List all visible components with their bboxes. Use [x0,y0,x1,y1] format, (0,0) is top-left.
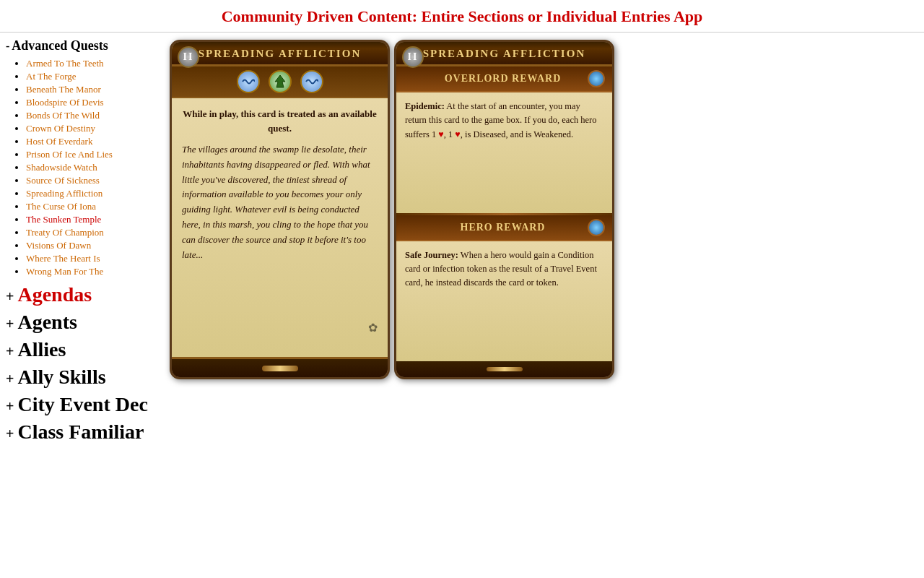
overlord-header: Overlord Reward [396,66,612,92]
list-item: Armed To The Teeth [26,58,162,69]
card-right-footer-decoration [487,367,523,371]
card-left-italic-text: The villages around the swamp lie desola… [182,142,378,262]
svg-marker-0 [275,75,285,87]
tree-icon [269,70,292,93]
wave-icon-right [300,70,323,93]
section-agendas[interactable]: + Agendas [6,283,162,306]
quest-link-spreading[interactable]: Spreading Affliction [26,188,103,199]
quest-link-heart[interactable]: Where The Heart Is [26,253,100,264]
city-event-label: City Event Dec [17,393,147,416]
card-right-footer [396,361,612,377]
quest-link-shadowside[interactable]: Shadowside Watch [26,162,97,173]
hero-label: Hero Reward [461,222,546,233]
quest-link-wrong[interactable]: Wrong Man For The [26,266,103,277]
quest-list: Armed To The Teeth At The Forge Beneath … [26,58,162,277]
class-familiar-label: Class Familiar [17,420,144,444]
list-item: Shadowside Watch [26,162,162,173]
class-familiar-toggle[interactable]: + [6,426,14,442]
hero-panel: Hero Reward Safe Journey: When a hero wo… [396,215,612,362]
ally-skills-label: Ally Skills [17,366,105,389]
section-city-event[interactable]: + City Event Dec [6,393,162,416]
list-item: Visions Of Dawn [26,240,162,251]
overlord-gem-left [588,70,605,87]
section-class-familiar[interactable]: + Class Familiar [6,420,162,444]
quest-link-crown[interactable]: Crown Of Destiny [26,123,95,134]
list-item: Source Of Sickness [26,175,162,186]
card-left-header: II Spreading Affliction [172,42,388,66]
list-item: Bonds Of The Wild [26,110,162,121]
ally-skills-toggle[interactable]: + [6,371,14,387]
card-left-title: Spreading Affliction [199,48,361,60]
overlord-label: Overlord Reward [445,73,562,85]
hero-header: Hero Reward [396,215,612,241]
butterfly-decoration: ✿ [368,319,378,337]
list-item: Beneath The Manor [26,84,162,95]
agents-toggle[interactable]: + [6,316,14,332]
card-left-icons-bar [172,66,388,98]
overlord-body: Epidemic: At the start of an encounter, … [396,92,612,213]
card-right-level: II [402,46,424,68]
wave-icon-left [237,70,260,93]
quest-link-host[interactable]: Host Of Everdark [26,136,92,147]
section-allies[interactable]: + Allies [6,338,162,361]
quest-link-sunken[interactable]: The Sunken Temple [26,214,101,225]
list-item: At The Forge [26,71,162,82]
card-right-header: II Spreading Affliction [396,42,612,66]
card-right: II Spreading Affliction Overlord Reward … [394,40,614,379]
card-left-bold-text: While in play, this card is treated as a… [182,107,378,135]
allies-toggle[interactable]: + [6,343,14,360]
list-item: Where The Heart Is [26,253,162,264]
list-item: Host Of Everdark [26,136,162,147]
advanced-quests-label: Advanced Quests [12,38,108,53]
cards-popup-area: II Spreading Affliction While in play, t… [162,33,622,387]
list-item: Spreading Affliction [26,188,162,199]
agendas-label: Agendas [17,283,92,306]
top-banner: Community Driven Content: Entire Section… [0,0,924,33]
quest-link-bonds[interactable]: Bonds Of The Wild [26,110,100,121]
quest-link-visions[interactable]: Visions Of Dawn [26,240,91,251]
list-item: The Sunken Temple [26,214,162,225]
quest-link-curse[interactable]: The Curse Of Iona [26,201,96,212]
list-item: Bloodspire Of Devis [26,97,162,108]
quest-link-manor[interactable]: Beneath The Manor [26,84,101,95]
list-item: Crown Of Destiny [26,123,162,134]
advanced-quests-toggle[interactable]: - [6,40,9,53]
card-right-title: Spreading Affliction [423,48,585,60]
card-left-footer [172,357,388,377]
overlord-panel: Overlord Reward Epidemic: At the start o… [396,66,612,213]
hero-gem-left [588,219,605,236]
agendas-toggle[interactable]: + [6,288,14,305]
allies-label: Allies [17,338,66,361]
list-item: Prison Of Ice And Lies [26,149,162,160]
sidebar: - Advanced Quests Armed To The Teeth At … [0,33,162,445]
card-footer-decoration [262,366,298,371]
city-event-toggle[interactable]: + [6,398,14,415]
quest-link-treaty[interactable]: Treaty Of Champion [26,227,104,238]
quest-link-source[interactable]: Source Of Sickness [26,175,100,186]
section-agents[interactable]: + Agents [6,311,162,334]
quest-link-armed[interactable]: Armed To The Teeth [26,58,104,69]
list-item: The Curse Of Iona [26,201,162,212]
advanced-quests-header[interactable]: - Advanced Quests [6,38,162,53]
agents-label: Agents [17,311,77,334]
quest-link-bloodspire[interactable]: Bloodspire Of Devis [26,97,104,108]
quest-link-forge[interactable]: At The Forge [26,71,77,82]
list-item: Wrong Man For The [26,266,162,277]
quest-link-prison[interactable]: Prison Of Ice And Lies [26,149,113,160]
card-left-level: II [178,46,199,68]
card-left-body: While in play, this card is treated as a… [172,98,388,357]
list-item: Treaty Of Champion [26,227,162,238]
section-ally-skills[interactable]: + Ally Skills [6,366,162,389]
card-left: II Spreading Affliction While in play, t… [170,40,390,379]
hero-body: Safe Journey: When a hero would gain a C… [396,241,612,362]
